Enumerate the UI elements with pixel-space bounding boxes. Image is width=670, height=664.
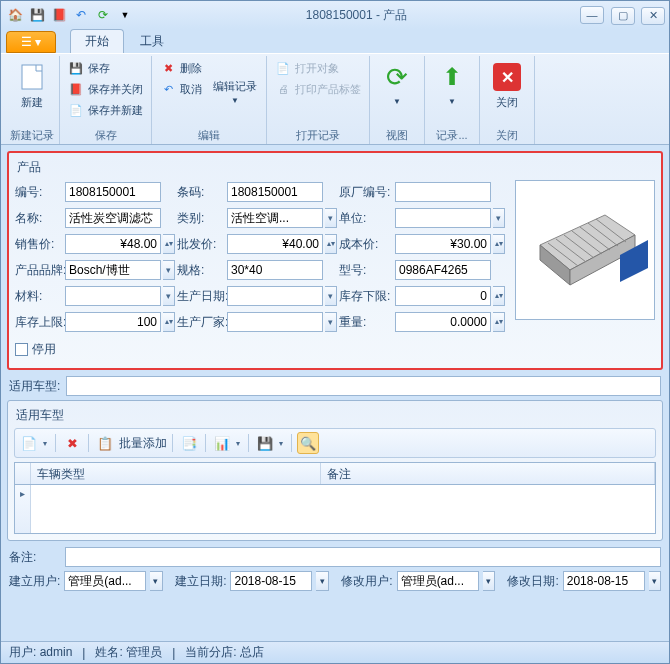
new-button[interactable]: 新建 <box>9 58 55 111</box>
app-icon[interactable]: 🏠 <box>5 5 25 25</box>
disabled-label: 停用 <box>32 341 56 358</box>
factory-field[interactable] <box>227 312 323 332</box>
new-row-button[interactable]: 📄▾ <box>18 432 50 454</box>
batch-add-button[interactable]: 批量添加 <box>119 435 167 452</box>
save-icon: 💾 <box>68 60 84 76</box>
note-field[interactable] <box>65 547 661 567</box>
material-field[interactable] <box>65 286 161 306</box>
minimize-button[interactable]: ― <box>580 6 604 24</box>
mod-date-dropdown[interactable]: ▾ <box>649 571 661 591</box>
chevron-down-icon: ▼ <box>231 95 239 107</box>
applicable-label: 适用车型: <box>9 378 60 395</box>
open-object-button: 📄打开对象 <box>271 58 365 78</box>
copy-button[interactable]: 📑 <box>178 432 200 454</box>
wholesale-spinner[interactable]: ▴▾ <box>325 234 337 254</box>
up-icon: ⬆ <box>436 61 468 93</box>
view-refresh-button[interactable]: ⟳ ▼ <box>374 58 420 111</box>
status-branch: 当前分店: 总店 <box>185 644 264 661</box>
category-field[interactable] <box>227 208 323 228</box>
app-menu-button[interactable]: ☰ ▾ <box>6 31 56 53</box>
product-panel: 产品 编号: 条码: 原厂编号: 名称: 类别:▾ 单位:▾ 销售价:▴▾ 批发… <box>7 151 663 370</box>
empty-grid-area[interactable] <box>31 485 655 533</box>
wholesale-price-field[interactable] <box>227 234 323 254</box>
print-icon: 🖨 <box>275 81 291 97</box>
name-field[interactable] <box>65 208 161 228</box>
window-controls: ― ▢ ✕ <box>578 5 665 25</box>
edit-record-button[interactable]: 编辑记录 ▼ <box>208 58 262 110</box>
sale-price-field[interactable] <box>65 234 161 254</box>
max-stock-spinner[interactable]: ▴▾ <box>163 312 175 332</box>
barcode-field[interactable] <box>227 182 323 202</box>
qat-dropdown-icon[interactable]: ▼ <box>115 5 135 25</box>
code-field[interactable] <box>65 182 161 202</box>
save-close-button[interactable]: 📕保存并关闭 <box>64 79 147 99</box>
save-button[interactable]: 💾保存 <box>64 58 147 78</box>
category-dropdown[interactable]: ▾ <box>325 208 337 228</box>
footer-area: 备注: 建立用户: ▾ 建立日期: ▾ 修改用户: ▾ 修改日期: ▾ <box>7 547 663 591</box>
print-label-button: 🖨打印产品标签 <box>271 79 365 99</box>
open-icon: 📄 <box>275 60 291 76</box>
oem-field[interactable] <box>395 182 491 202</box>
qat-refresh-icon[interactable]: ⟳ <box>93 5 113 25</box>
disabled-checkbox[interactable] <box>15 343 28 356</box>
search-toggle-button[interactable]: 🔍 <box>297 432 319 454</box>
product-panel-title: 产品 <box>15 157 655 180</box>
vehicle-table: 车辆类型 备注 ▸ <box>14 462 656 534</box>
applicable-panel-title: 适用车型 <box>14 405 656 428</box>
prod-date-field[interactable] <box>227 286 323 306</box>
applicable-field[interactable] <box>66 376 661 396</box>
qat-saveclose-icon[interactable]: 📕 <box>49 5 69 25</box>
col-vehicle-type[interactable]: 车辆类型 <box>31 463 321 484</box>
min-stock-spinner[interactable]: ▴▾ <box>493 286 505 306</box>
sale-spinner[interactable]: ▴▾ <box>163 234 175 254</box>
unit-dropdown[interactable]: ▾ <box>493 208 505 228</box>
close-button[interactable]: ✕ 关闭 <box>484 58 530 111</box>
spec-field[interactable] <box>227 260 323 280</box>
min-stock-field[interactable] <box>395 286 491 306</box>
save-close-icon: 📕 <box>68 81 84 97</box>
create-date-dropdown[interactable]: ▾ <box>316 571 328 591</box>
delete-row-button[interactable]: ✖ <box>61 432 83 454</box>
col-note[interactable]: 备注 <box>321 463 655 484</box>
model-field[interactable] <box>395 260 491 280</box>
mod-date-field[interactable] <box>563 571 645 591</box>
statusbar: 用户: admin | 姓名: 管理员 | 当前分店: 总店 <box>1 641 669 663</box>
factory-dropdown[interactable]: ▾ <box>325 312 337 332</box>
prod-date-dropdown[interactable]: ▾ <box>325 286 337 306</box>
save-grid-button[interactable]: 💾▾ <box>254 432 286 454</box>
unit-field[interactable] <box>395 208 491 228</box>
weight-spinner[interactable]: ▴▾ <box>493 312 505 332</box>
cost-price-field[interactable] <box>395 234 491 254</box>
create-user-field[interactable] <box>64 571 146 591</box>
delete-button[interactable]: ✖删除 <box>156 58 206 78</box>
tab-tools[interactable]: 工具 <box>126 30 178 53</box>
qat-undo-icon[interactable]: ↶ <box>71 5 91 25</box>
weight-field[interactable] <box>395 312 491 332</box>
create-date-field[interactable] <box>230 571 312 591</box>
tab-start[interactable]: 开始 <box>70 29 124 53</box>
maximize-button[interactable]: ▢ <box>611 7 635 25</box>
mod-user-field[interactable] <box>397 571 479 591</box>
applicable-row: 适用车型: <box>9 376 661 396</box>
batch-add-icon[interactable]: 📋 <box>94 432 116 454</box>
window-title: 1808150001 - 产品 <box>135 7 578 24</box>
brand-field[interactable] <box>65 260 161 280</box>
export-button[interactable]: 📊▾ <box>211 432 243 454</box>
status-user: 用户: admin <box>9 644 72 661</box>
ribbon-tabstrip: ☰ ▾ 开始 工具 <box>1 29 669 53</box>
cost-spinner[interactable]: ▴▾ <box>493 234 505 254</box>
create-user-dropdown[interactable]: ▾ <box>150 571 162 591</box>
qat-save-icon[interactable]: 💾 <box>27 5 47 25</box>
close-window-button[interactable]: ✕ <box>641 7 665 25</box>
save-new-icon: 📄 <box>68 102 84 118</box>
close-icon: ✕ <box>491 61 523 93</box>
brand-dropdown[interactable]: ▾ <box>163 260 175 280</box>
max-stock-field[interactable] <box>65 312 161 332</box>
mod-user-dropdown[interactable]: ▾ <box>483 571 495 591</box>
product-image[interactable] <box>515 180 655 320</box>
cancel-button[interactable]: ↶取消 <box>156 79 206 99</box>
record-nav-button[interactable]: ⬆ ▼ <box>429 58 475 111</box>
ribbon-group-open: 📄打开对象 🖨打印产品标签 打开记录 <box>267 56 370 144</box>
save-new-button[interactable]: 📄保存并新建 <box>64 100 147 120</box>
material-dropdown[interactable]: ▾ <box>163 286 175 306</box>
